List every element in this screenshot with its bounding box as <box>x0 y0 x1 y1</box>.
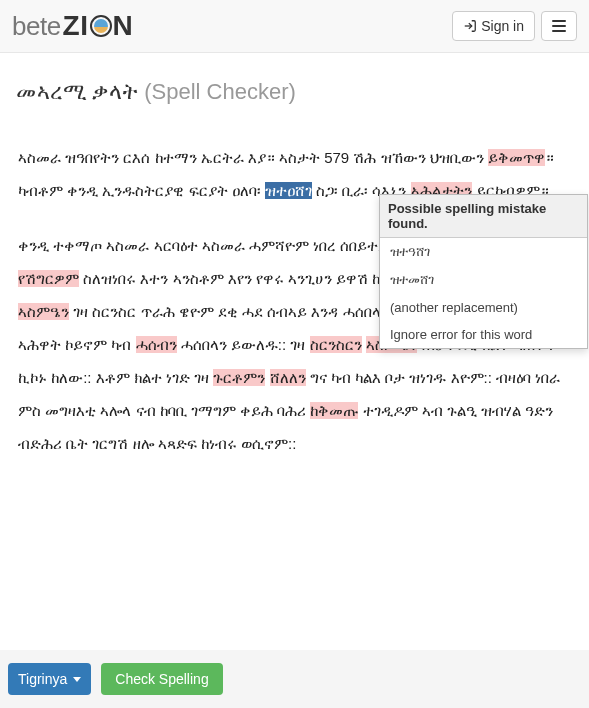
spellcheck-popup: Possible spelling mistake found. ዝተዓሸገ ዝ… <box>379 194 588 349</box>
hamburger-icon <box>552 20 566 32</box>
spelling-error[interactable]: ሸለለን <box>270 369 306 386</box>
menu-button[interactable] <box>541 11 577 41</box>
text-run: ሓሰበላን ይውለዱ:: ገዛ <box>177 336 310 353</box>
spelling-error[interactable]: ይቅመጥዋ <box>488 149 545 166</box>
signin-button[interactable]: Sign in <box>452 11 535 41</box>
suggestion-item[interactable]: ዝተዓሸገ <box>380 238 587 266</box>
brand-logo[interactable]: bete ZI N <box>12 10 133 42</box>
spelling-error[interactable]: ኣስምዔን <box>18 303 69 320</box>
brand-zi: ZI <box>63 10 89 42</box>
spelling-error[interactable]: ሓሰብን <box>136 336 177 353</box>
brand-n: N <box>113 10 134 42</box>
ignore-error-item[interactable]: Ignore error for this word <box>380 321 587 348</box>
signin-icon <box>463 19 477 33</box>
brand-zion: ZI N <box>63 10 134 42</box>
title-main: መኣረሚ ቃላት <box>16 79 138 104</box>
selected-error[interactable]: ዝተዐሸገ <box>265 182 312 199</box>
text-run <box>265 369 269 386</box>
spelling-error[interactable]: ከቅመጡ <box>310 402 358 419</box>
signin-label: Sign in <box>481 18 524 34</box>
chevron-down-icon <box>73 677 81 682</box>
suggestion-item[interactable]: ዝተመሸገ <box>380 266 587 294</box>
language-label: Tigrinya <box>18 671 67 687</box>
spelling-error[interactable]: የሽግርዎም <box>18 270 79 287</box>
language-select[interactable]: Tigrinya <box>8 663 91 695</box>
brand-bete: bete <box>12 11 61 42</box>
popup-title: Possible spelling mistake found. <box>380 195 587 238</box>
brand-globe-icon <box>90 15 112 37</box>
check-spelling-button[interactable]: Check Spelling <box>101 663 222 695</box>
spelling-error[interactable]: ጉርቶምን <box>213 369 265 386</box>
another-replacement-item[interactable]: (another replacement) <box>380 294 587 321</box>
top-bar: bete ZI N Sign in <box>0 0 589 53</box>
spelling-error[interactable]: ስርንስርን <box>310 336 362 353</box>
title-sub: (Spell Checker) <box>144 79 296 104</box>
top-actions: Sign in <box>452 11 577 41</box>
footer-bar: Tigrinya Check Spelling <box>0 650 589 708</box>
text-run: ኣስመራ ዝዓበየትን ርእሰ ከተማን ኤርትራ እያ። ኣስታት 579 ሽ… <box>18 149 488 166</box>
page-title: መኣረሚ ቃላት (Spell Checker) <box>0 53 589 115</box>
